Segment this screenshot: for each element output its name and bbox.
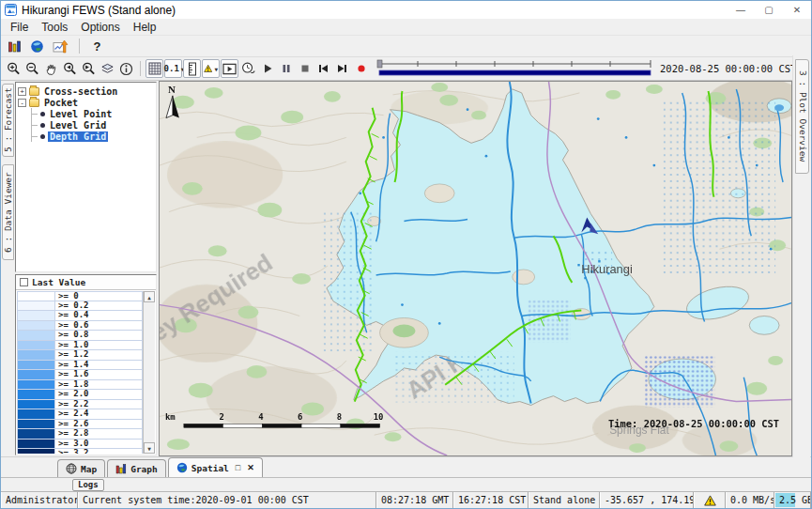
legend-row-label: >= 1.6 xyxy=(55,370,89,379)
bullet-icon xyxy=(40,123,45,128)
globe-icon[interactable] xyxy=(28,37,46,55)
scroll-up-icon[interactable]: ▲ xyxy=(144,291,155,302)
svg-text:km: km xyxy=(165,412,176,422)
menu-item-file[interactable]: File xyxy=(4,21,35,34)
timeline-slider[interactable] xyxy=(376,58,653,80)
chevron-down-icon: ▼ xyxy=(214,66,218,72)
legend-row-label: >= 0.2 xyxy=(55,301,89,311)
zoom-in-icon[interactable] xyxy=(5,59,23,78)
menu-item-tools[interactable]: Tools xyxy=(35,21,74,34)
legend-swatch xyxy=(18,370,55,379)
point-size-value: 0.1 xyxy=(164,64,179,73)
legend-header: Last Value xyxy=(16,275,156,290)
status-bar: AdministratorCurrent system time:2020-09… xyxy=(1,491,811,508)
timeline-handle[interactable] xyxy=(377,60,382,68)
animation-clock-icon[interactable] xyxy=(239,59,257,78)
legend-row-label: >= 2.4 xyxy=(55,409,89,419)
status-cell-current-system-time-2020-09-01-00-00-cst: Current system time:2020-09-01 00:00 CST xyxy=(78,492,376,508)
legend-row[interactable]: >= 3.2 xyxy=(17,449,143,454)
skip-to-end-button[interactable] xyxy=(333,59,351,78)
legend-row[interactable]: >= 1.6 xyxy=(17,370,143,380)
tree-item-depth-grid[interactable]: Depth Grid xyxy=(32,131,154,142)
status-text: 0.0 MB/s xyxy=(730,495,774,505)
legend-swatch xyxy=(18,321,55,331)
legend-swatch xyxy=(18,390,55,399)
layers-icon[interactable] xyxy=(99,59,116,78)
legend-row-label: >= 2.2 xyxy=(55,400,89,409)
legend-swatch xyxy=(18,429,55,439)
play-button[interactable] xyxy=(258,59,276,78)
tree-item-level-point[interactable]: Level Point xyxy=(32,108,154,119)
tree-item-label: Depth Grid xyxy=(48,131,108,142)
map-canvas[interactable]: API Key Required API Key Required xyxy=(160,82,791,455)
filter-tree: +Cross-section-PocketLevel PointLevel Gr… xyxy=(15,82,157,272)
legend-row-label: >= 0.6 xyxy=(55,321,89,331)
spatial-globe-icon xyxy=(176,462,188,473)
explorer-bars-icon[interactable] xyxy=(6,37,23,55)
stop-button[interactable] xyxy=(296,59,314,78)
legend-body: >= 0>= 0.2>= 0.4>= 0.6>= 0.8>= 1.0>= 1.2… xyxy=(16,290,156,455)
grid-display-button[interactable] xyxy=(146,59,163,78)
skip-to-start-button[interactable] xyxy=(314,59,332,78)
legend-scrollbar[interactable]: ▲ ▼ xyxy=(143,291,155,454)
tab-graph[interactable]: Graph xyxy=(107,459,166,477)
tab-map[interactable]: Map xyxy=(57,459,105,477)
legend-row[interactable]: >= 1.2 xyxy=(17,350,143,361)
record-button[interactable] xyxy=(352,59,370,78)
tree-item-cross-section[interactable]: +Cross-section xyxy=(18,85,154,97)
maximize-button[interactable]: ▢ xyxy=(755,1,783,19)
map-toolbar: 0.1 ▼ ▼ xyxy=(1,56,792,81)
legend-row[interactable]: >= 0 xyxy=(17,291,143,301)
pause-button[interactable] xyxy=(277,59,295,78)
tab-forecast[interactable]: 5 : Forecast xyxy=(2,84,14,157)
legend-row[interactable]: >= 2.4 xyxy=(17,409,143,420)
info-icon[interactable] xyxy=(117,59,135,78)
pan-hand-icon[interactable] xyxy=(42,59,60,78)
tree-item-pocket[interactable]: -Pocket xyxy=(18,97,154,108)
warning-icon xyxy=(704,495,716,506)
grid-icon xyxy=(148,62,161,75)
expander-icon[interactable]: - xyxy=(18,99,26,107)
logs-button[interactable]: Logs xyxy=(72,479,104,491)
legend-swatch xyxy=(18,311,55,320)
status-cell-warning xyxy=(694,492,726,508)
zoom-next-icon[interactable] xyxy=(80,59,98,78)
tab-spatial[interactable]: Spatial□✕ xyxy=(168,457,263,477)
minimize-button[interactable]: — xyxy=(727,1,755,19)
point-size-dropdown[interactable]: 0.1 ▼ xyxy=(164,59,182,78)
animation-window-button[interactable] xyxy=(221,59,238,78)
chart-up-icon[interactable] xyxy=(51,37,70,55)
tab-data-viewer[interactable]: 6 : Data Viewer xyxy=(2,164,14,260)
legend-row[interactable]: >= 2.8 xyxy=(17,429,143,440)
menu-item-options[interactable]: Options xyxy=(74,21,126,34)
zoom-previous-icon[interactable] xyxy=(61,59,79,78)
legend-row[interactable]: >= 0.8 xyxy=(17,331,143,341)
status-text: 08:27:18 GMT xyxy=(381,495,449,505)
legend-swatch xyxy=(18,341,55,350)
tree-item-label: Level Grid xyxy=(48,120,108,131)
zoom-out-icon[interactable] xyxy=(23,59,41,78)
expander-icon[interactable]: + xyxy=(18,87,26,96)
scroll-down-icon[interactable]: ▼ xyxy=(144,442,155,454)
tree-item-level-grid[interactable]: Level Grid xyxy=(32,119,154,131)
tab-maximize-icon[interactable]: □ xyxy=(236,463,240,472)
scale-ruler-button[interactable] xyxy=(183,59,201,78)
svg-text:N: N xyxy=(168,84,176,95)
svg-text:2: 2 xyxy=(220,412,224,422)
graph-bars-icon xyxy=(115,463,127,474)
toolbar-separator xyxy=(79,39,80,54)
tree-item-label: Cross-section xyxy=(42,86,119,97)
last-value-checkbox[interactable] xyxy=(20,278,28,286)
menu-item-help[interactable]: Help xyxy=(127,21,163,34)
legend-panel: Last Value >= 0>= 0.2>= 0.4>= 0.6>= 0.8>… xyxy=(15,274,157,455)
warnings-dropdown[interactable]: ▼ xyxy=(202,59,220,78)
legend-row[interactable]: >= 0.4 xyxy=(17,311,143,321)
legend-swatch xyxy=(18,301,55,311)
svg-text:6: 6 xyxy=(298,412,302,422)
help-button[interactable]: ? xyxy=(88,37,106,55)
tab-plot-overview[interactable]: 3 : Plot Overview xyxy=(795,59,809,174)
toolbar-separator xyxy=(140,61,141,76)
legend-row[interactable]: >= 2.0 xyxy=(17,390,143,400)
tab-close-icon[interactable]: ✕ xyxy=(247,463,254,472)
close-button[interactable]: ✕ xyxy=(783,1,811,19)
